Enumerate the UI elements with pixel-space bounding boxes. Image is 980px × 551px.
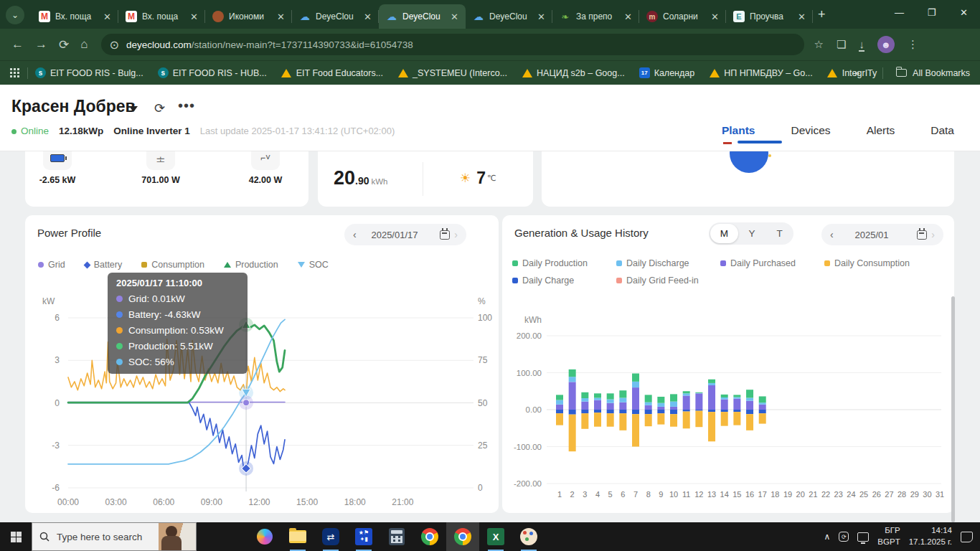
bookmark-item[interactable]: EIT Food Educators... <box>281 67 383 78</box>
browser-tab[interactable]: ☁DeyeClou✕ <box>379 4 466 29</box>
language-indicator[interactable]: БГРBGPT <box>877 525 900 547</box>
svg-text:2: 2 <box>570 490 575 499</box>
leaf-favicon: ❧ <box>560 11 571 22</box>
tab-title: Вх. поща <box>142 11 187 22</box>
browser-tab[interactable]: ☁DeyeClou✕ <box>466 4 552 29</box>
new-tab-button[interactable]: + <box>818 7 826 22</box>
downloads-icon[interactable]: ↓ <box>859 38 864 52</box>
bookmark-star-icon[interactable]: ☆ <box>814 38 824 51</box>
copilot-icon[interactable] <box>248 522 281 551</box>
bookmark-label: НП НПМБДВУ – Go... <box>724 68 812 78</box>
gmail-favicon: M <box>126 11 137 22</box>
browser-tab[interactable]: ☁DeyeClou✕ <box>292 4 379 29</box>
tray-expand-icon[interactable]: ∧ <box>824 532 831 542</box>
bookmark-item[interactable]: sEIT FOOD RIS - Bulg... <box>35 67 143 78</box>
browser-tab[interactable]: ❧За препо✕ <box>552 4 639 29</box>
tray-app-icon[interactable]: ⟳ <box>839 532 849 542</box>
tab-close-icon[interactable]: ✕ <box>361 11 374 22</box>
load-stat: ⌐˅ 42.00 W <box>233 151 298 185</box>
forward-icon[interactable]: → <box>35 37 47 52</box>
sharepoint-icon: s <box>35 67 46 78</box>
tab-close-icon[interactable]: ✕ <box>100 11 114 22</box>
minimize-icon[interactable]: — <box>883 0 915 24</box>
svg-text:0: 0 <box>55 398 60 408</box>
temperature-unit: ℃ <box>487 174 496 183</box>
tab-close-icon[interactable]: ✕ <box>448 11 461 22</box>
tab-data[interactable]: Data <box>930 124 954 144</box>
divider <box>423 162 423 196</box>
all-bookmarks-folder-icon <box>896 69 907 77</box>
more-options-icon[interactable]: ••• <box>178 98 195 114</box>
url-bar[interactable]: ⊙ deyecloud.com/station/new-main?t=17371… <box>101 34 804 55</box>
tab-alerts[interactable]: Alerts <box>867 124 895 144</box>
svg-text:-100.00: -100.00 <box>514 443 542 451</box>
svg-text:25: 25 <box>859 490 868 499</box>
start-button[interactable] <box>0 522 32 551</box>
bookmark-item[interactable]: НП НПМБДВУ – Go... <box>709 67 812 78</box>
close-icon[interactable]: ✕ <box>948 0 980 24</box>
bookmark-label: EIT Food Educators... <box>296 68 383 78</box>
svg-text:06:00: 06:00 <box>153 497 174 507</box>
tab-close-icon[interactable]: ✕ <box>708 11 722 22</box>
plant-dropdown-icon[interactable] <box>129 106 138 112</box>
site-info-icon[interactable]: ⊙ <box>110 38 119 52</box>
tab-devices[interactable]: Devices <box>791 124 830 144</box>
back-icon[interactable]: ← <box>11 37 24 52</box>
home-icon[interactable]: ⌂ <box>80 37 88 52</box>
teamviewer-icon[interactable]: ⇄ <box>314 522 347 551</box>
chrome-active-icon[interactable] <box>446 522 479 551</box>
bookmark-item[interactable]: sEIT FOOD RIS - HUB... <box>158 67 267 78</box>
paint-icon[interactable] <box>512 522 545 551</box>
svg-text:100: 100 <box>478 313 492 323</box>
network-icon[interactable] <box>857 532 869 542</box>
tab-close-icon[interactable]: ✕ <box>274 11 288 22</box>
taskbar-search[interactable]: Type here to search <box>32 522 197 551</box>
tab-plants[interactable]: Plants <box>722 124 755 144</box>
apps-grid-icon[interactable] <box>10 68 20 78</box>
search-highlight-image[interactable] <box>159 523 196 550</box>
menu-kebab-icon[interactable]: ⋮ <box>908 38 918 51</box>
chrome-icon[interactable] <box>413 522 446 551</box>
load-power-value: 42.00 W <box>233 175 298 185</box>
tab-close-icon[interactable]: ✕ <box>187 11 201 22</box>
profile-avatar[interactable]: ☻ <box>877 36 895 53</box>
tab-close-icon[interactable]: ✕ <box>621 11 635 22</box>
svg-text:1: 1 <box>557 490 562 499</box>
split-view-icon[interactable]: ❏ <box>837 38 846 51</box>
refresh-icon[interactable]: ⟳ <box>154 100 165 116</box>
svg-text:12: 12 <box>694 490 703 499</box>
blue-tile-app-icon[interactable]: ★⚑✦▮ <box>347 522 380 551</box>
temperature-value: 7 <box>476 169 486 188</box>
battery-power-value: -2.65 kW <box>25 175 90 185</box>
bookmark-item[interactable]: _SYSTEMEU (Interco... <box>397 67 507 78</box>
all-bookmarks-label[interactable]: All Bookmarks <box>913 68 970 78</box>
series-dot <box>116 296 123 302</box>
bookmark-label: Календар <box>654 68 695 78</box>
svg-text:18:00: 18:00 <box>344 497 366 507</box>
clock[interactable]: 14:1417.1.2025 г. <box>909 525 952 547</box>
tooltip-timestamp: 2025/01/17 11:10:00 <box>116 278 239 288</box>
reload-icon[interactable]: ⟳ <box>59 37 69 52</box>
bookmark-item[interactable]: 17Календар <box>639 67 695 78</box>
page-scrollbar[interactable] <box>951 296 955 522</box>
action-center-icon[interactable] <box>961 532 973 542</box>
divider <box>27 67 28 79</box>
maximize-icon[interactable]: ❐ <box>915 0 948 24</box>
bookmarks-overflow-icon[interactable]: » <box>854 67 859 78</box>
file-explorer-icon[interactable] <box>281 522 314 551</box>
bookmarks-bar: sEIT FOOD RIS - Bulg...sEIT FOOD RIS - H… <box>0 60 980 85</box>
svg-text:28: 28 <box>897 490 906 499</box>
svg-text:20: 20 <box>796 490 805 499</box>
browser-tab[interactable]: MВх. поща✕ <box>32 4 118 29</box>
browser-tab[interactable]: EПроучва✕ <box>726 4 813 29</box>
browser-tab[interactable]: Икономи✕ <box>205 4 292 29</box>
tab-title: DeyeClou <box>402 11 448 22</box>
excel-icon[interactable]: X <box>479 522 512 551</box>
bookmark-item[interactable]: НАЦИД s2b – Goog... <box>522 67 625 78</box>
browser-tab[interactable]: MВх. поща✕ <box>118 4 205 29</box>
tab-search-icon[interactable]: ⌄ <box>6 6 24 24</box>
browser-tab[interactable]: mСоларни✕ <box>639 4 726 29</box>
tab-close-icon[interactable]: ✕ <box>534 11 548 22</box>
calculator-icon[interactable] <box>380 522 413 551</box>
tab-close-icon[interactable]: ✕ <box>795 11 809 22</box>
